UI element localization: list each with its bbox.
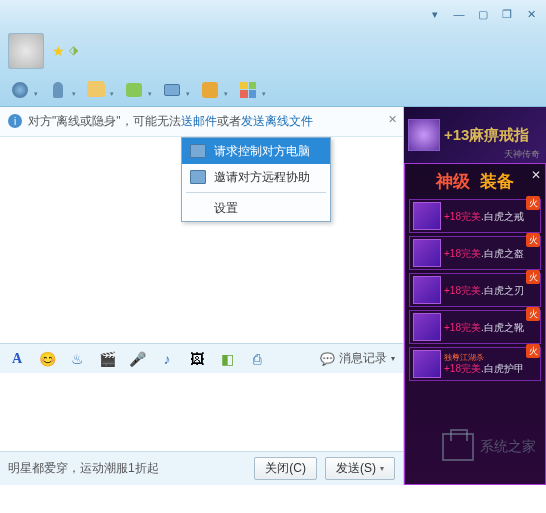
gift-button[interactable]: 🎬: [98, 350, 116, 368]
item-thumb: [413, 276, 441, 304]
format-toolbar: A 😊 ♨ 🎬 🎤 ♪ 🖼 ◧ ⎙ 💬 消息记录 ▾: [0, 343, 403, 373]
menu-request-control[interactable]: 请求控制对方电脑: [182, 138, 330, 164]
notice-close-icon[interactable]: ✕: [388, 113, 397, 126]
main-toolbar: ▾ ▾ ▾ ▾ ▾ ▾ ▾: [0, 73, 546, 107]
history-icon: 💬: [320, 352, 335, 366]
monitor-icon: [190, 170, 206, 184]
voice-call-button[interactable]: ▾: [48, 80, 68, 100]
fire-badge: 火: [526, 307, 540, 321]
contact-status-icons: ★ ⬗: [52, 43, 78, 59]
restore-button[interactable]: ❐: [496, 5, 518, 23]
menu-settings[interactable]: 设置: [182, 195, 330, 221]
contact-avatar[interactable]: [8, 33, 44, 69]
ad-top-text: +13麻痹戒指: [444, 126, 529, 145]
menu-invite-assist[interactable]: 邀请对方远程协助: [182, 164, 330, 190]
apps-button[interactable]: ▾: [200, 80, 220, 100]
star-icon: ★: [52, 43, 65, 59]
send-file-button[interactable]: ▾: [86, 80, 106, 100]
fire-badge: 火: [526, 270, 540, 284]
close-button[interactable]: 关闭(C): [254, 457, 317, 480]
message-display-area: 请求控制对方电脑 邀请对方远程协助 设置: [0, 137, 403, 343]
minimize-button[interactable]: —: [448, 5, 470, 23]
shake-button[interactable]: ♨: [68, 350, 86, 368]
notice-text: 对方"离线或隐身"，可能无法送邮件或者发送离线文件: [28, 113, 313, 130]
equipment-item[interactable]: 独尊江湖杀+18完美.白虎护甲火: [409, 347, 541, 381]
close-window-button[interactable]: ✕: [520, 5, 542, 23]
fire-badge: 火: [526, 344, 540, 358]
more-button[interactable]: ◧: [218, 350, 236, 368]
item-thumb: [413, 239, 441, 267]
remote-desktop-button[interactable]: ▾: [162, 80, 182, 100]
ad-top-subtitle: 天神传奇: [504, 148, 540, 161]
item-thumb: [413, 313, 441, 341]
send-offline-file-link[interactable]: 发送离线文件: [241, 114, 313, 128]
send-button[interactable]: 发送(S)▾: [325, 457, 395, 480]
ad-close-icon[interactable]: ✕: [531, 168, 541, 182]
chat-column: i 对方"离线或隐身"，可能无法送邮件或者发送离线文件 ✕ 请求控制对方电脑 邀…: [0, 107, 404, 485]
ad-equipment-panel: ✕ 神级装备 +18完美.白虎之戒火 +18完美.白虎之盔火 +18完美.白虎之…: [404, 163, 546, 485]
remote-desktop-menu: 请求控制对方电脑 邀请对方远程协助 设置: [181, 137, 331, 222]
group-chat-button[interactable]: ▾: [124, 80, 144, 100]
voice-msg-button[interactable]: 🎤: [128, 350, 146, 368]
equipment-item[interactable]: +18完美.白虎之刃火: [409, 273, 541, 307]
message-input[interactable]: [0, 373, 403, 451]
font-button[interactable]: A: [8, 350, 26, 368]
titlebar-dropdown-icon[interactable]: ▾: [424, 5, 446, 23]
more-apps-button[interactable]: ▾: [238, 80, 258, 100]
video-call-button[interactable]: ▾: [10, 80, 30, 100]
maximize-button[interactable]: ▢: [472, 5, 494, 23]
menu-separator: [186, 192, 326, 193]
monitor-icon: [190, 144, 206, 158]
music-button[interactable]: ♪: [158, 350, 176, 368]
item-thumb: [413, 202, 441, 230]
window-titlebar: ▾ — ▢ ❐ ✕: [0, 0, 546, 28]
equipment-item[interactable]: +18完美.白虎之盔火: [409, 236, 541, 270]
ad-banner-top[interactable]: +13麻痹戒指 天神传奇: [404, 107, 546, 163]
equipment-item[interactable]: +18完美.白虎之靴火: [409, 310, 541, 344]
level-icon: ⬗: [69, 43, 78, 59]
image-button[interactable]: 🖼: [188, 350, 206, 368]
equipment-item[interactable]: +18完美.白虎之戒火: [409, 199, 541, 233]
item-icon: [408, 119, 440, 151]
emoji-button[interactable]: 😊: [38, 350, 56, 368]
bottom-bar: 明星都爱穿，运动潮服1折起 关闭(C) 发送(S)▾: [0, 451, 403, 485]
promo-text[interactable]: 明星都爱穿，运动潮服1折起: [8, 460, 246, 477]
offline-notice: i 对方"离线或隐身"，可能无法送邮件或者发送离线文件 ✕: [0, 107, 403, 137]
contact-header: ★ ⬗: [0, 28, 546, 73]
fire-badge: 火: [526, 196, 540, 210]
info-icon: i: [8, 114, 22, 128]
side-panel: +13麻痹戒指 天神传奇 ✕ 神级装备 +18完美.白虎之戒火 +18完美.白虎…: [404, 107, 546, 485]
screenshot-button[interactable]: ⎙: [248, 350, 266, 368]
send-mail-link[interactable]: 送邮件: [181, 114, 217, 128]
fire-badge: 火: [526, 233, 540, 247]
message-history-button[interactable]: 💬 消息记录 ▾: [320, 350, 395, 367]
ad-panel-title: 神级装备: [409, 170, 541, 193]
item-thumb: [413, 350, 441, 378]
